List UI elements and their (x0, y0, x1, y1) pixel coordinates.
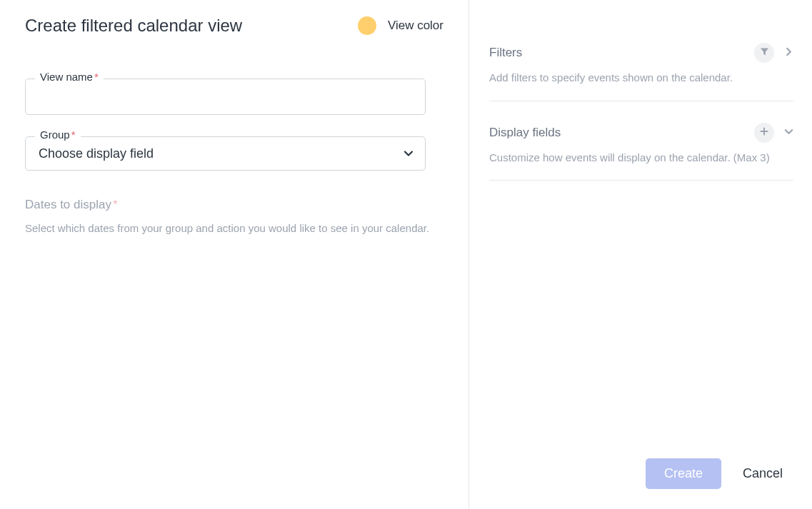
view-color-control[interactable]: View color (358, 16, 443, 35)
display-fields-expand-button[interactable] (784, 126, 793, 139)
dates-section: Dates to display* Select which dates fro… (25, 198, 443, 237)
view-color-label: View color (388, 19, 443, 33)
color-swatch[interactable] (358, 16, 376, 35)
filters-actions (754, 43, 793, 63)
group-field-group: Group* Choose display field (25, 136, 443, 171)
view-name-group: View name* (25, 79, 443, 115)
group-select-placeholder: Choose display field (39, 146, 154, 161)
footer-actions: Create Cancel (489, 458, 793, 495)
plus-icon (759, 126, 769, 139)
dates-heading: Dates to display* (25, 198, 443, 212)
display-fields-section: Display fields (489, 123, 793, 181)
chevron-down-icon (403, 148, 414, 159)
group-label: Group* (35, 128, 81, 141)
display-fields-actions (754, 123, 793, 143)
group-select[interactable]: Choose display field (25, 136, 426, 171)
required-indicator: * (113, 198, 118, 211)
filters-expand-button[interactable] (784, 46, 793, 59)
create-button[interactable]: Create (646, 458, 721, 489)
required-indicator: * (94, 71, 99, 83)
chevron-down-icon (784, 126, 793, 139)
filters-header: Filters (489, 43, 793, 63)
cancel-button[interactable]: Cancel (743, 466, 783, 481)
filters-section: Filters (489, 43, 793, 101)
filter-icon-button[interactable] (754, 43, 774, 63)
view-name-input[interactable] (25, 79, 426, 115)
add-display-field-button[interactable] (754, 123, 774, 143)
display-fields-description: Customize how events will display on the… (489, 150, 793, 181)
view-name-label: View name* (35, 71, 104, 83)
dates-heading-text: Dates to display (25, 198, 111, 211)
header-row: Create filtered calendar view View color (25, 16, 443, 36)
filters-title: Filters (489, 46, 522, 60)
right-panel: Filters (469, 0, 812, 509)
chevron-right-icon (784, 46, 793, 59)
page-title: Create filtered calendar view (25, 16, 242, 36)
dates-help-text: Select which dates from your group and a… (25, 221, 443, 237)
filters-description: Add filters to specify events shown on t… (489, 70, 793, 101)
display-fields-title: Display fields (489, 126, 561, 140)
group-label-text: Group (40, 128, 70, 141)
dialog-container: Create filtered calendar view View color… (0, 0, 812, 509)
required-indicator: * (71, 128, 76, 141)
display-fields-header: Display fields (489, 123, 793, 143)
filter-icon (760, 46, 769, 59)
view-name-label-text: View name (40, 71, 93, 83)
left-panel: Create filtered calendar view View color… (0, 0, 469, 509)
